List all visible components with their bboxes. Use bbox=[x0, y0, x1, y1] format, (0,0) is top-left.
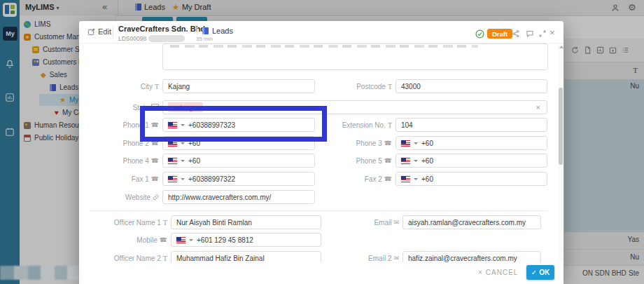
city-input[interactable]: Kajang bbox=[162, 79, 315, 93]
entity-breadcrumb[interactable]: Leads bbox=[202, 27, 233, 35]
malaysia-flag-icon[interactable] bbox=[401, 176, 410, 182]
close-icon[interactable]: × bbox=[550, 27, 555, 38]
officer1-label: Officer Name 1T bbox=[79, 215, 167, 229]
x-icon: × bbox=[478, 269, 483, 276]
ok-button[interactable]: ✓OK bbox=[526, 265, 554, 280]
malaysia-flag-icon[interactable] bbox=[176, 237, 186, 243]
phone3-input[interactable]: +60 bbox=[396, 136, 547, 150]
section-divider bbox=[90, 210, 548, 211]
scrollbar-thumb[interactable] bbox=[559, 88, 563, 165]
modal-title: CraveCrafters Sdn. Bhd. bbox=[118, 25, 207, 33]
mobile-input[interactable]: +601 129 45 8812 bbox=[171, 233, 321, 247]
app-window: My MyLIMS▾ « Leads ★ My Draft ⚙ LIMS Cus… bbox=[0, 0, 644, 284]
chevron-down-icon bbox=[414, 160, 418, 162]
expand-icon[interactable] bbox=[538, 29, 547, 38]
phone-icon: ☎ bbox=[384, 140, 392, 147]
text-type-icon: T bbox=[163, 255, 167, 262]
highlight-annotation-box bbox=[140, 106, 327, 142]
chevron-down-icon bbox=[181, 160, 185, 162]
city-label: CityT bbox=[93, 79, 159, 93]
divider bbox=[113, 27, 113, 38]
link-icon bbox=[153, 194, 159, 201]
phone4-label: Phone 4☎ bbox=[93, 154, 159, 168]
divider bbox=[197, 27, 197, 35]
fax2-input[interactable]: +60 bbox=[396, 172, 547, 186]
text-type-icon: T bbox=[163, 219, 167, 226]
officer1-input[interactable]: Nur Aisyah Binti Ramlan bbox=[171, 215, 321, 229]
email1-input[interactable]: aisyah.ramlan@cravecrafters.com.my bbox=[402, 215, 541, 229]
cancel-button[interactable]: ×CANCEL bbox=[478, 269, 518, 276]
record-code: LDS00098 bbox=[118, 35, 146, 42]
text-type-icon: T bbox=[388, 83, 392, 90]
fax1-label: Fax 1☎ bbox=[93, 172, 159, 186]
website-input[interactable]: http://www.cravecrafters.com.my/ bbox=[162, 190, 315, 204]
mobile-label: Mobile☎ bbox=[79, 233, 167, 247]
extension-input[interactable]: 104 bbox=[396, 118, 547, 132]
phone-icon: ☎ bbox=[151, 175, 159, 182]
clipped-text bbox=[170, 45, 478, 48]
modal-footer: ×CANCEL ✓OK bbox=[79, 262, 564, 284]
chevron-down-icon bbox=[414, 142, 418, 144]
lead-edit-modal: Edit CraveCrafters Sdn. Bhd. LDS00098 35… bbox=[79, 21, 564, 284]
redacted-pill bbox=[148, 35, 185, 42]
email-icon: ✉ bbox=[393, 219, 399, 226]
status-badge: Draft bbox=[487, 29, 512, 39]
check-icon: ✓ bbox=[531, 269, 537, 276]
share-icon[interactable] bbox=[512, 29, 520, 38]
scroll-up-arrow[interactable] bbox=[559, 46, 564, 48]
chevron-down-icon bbox=[414, 178, 418, 180]
text-type-icon: T bbox=[388, 121, 392, 129]
phone5-input[interactable]: +60 bbox=[396, 154, 547, 168]
website-label: Website bbox=[93, 190, 159, 204]
phone-icon: ☎ bbox=[384, 175, 392, 182]
malaysia-flag-icon[interactable] bbox=[401, 140, 410, 147]
malaysia-flag-icon[interactable] bbox=[168, 176, 177, 182]
chevron-down-icon bbox=[181, 142, 185, 144]
elapsed-time: 35 min bbox=[196, 36, 213, 42]
phone5-label: Phone 5☎ bbox=[310, 154, 392, 168]
comment-icon[interactable] bbox=[526, 29, 534, 38]
text-type-icon: T bbox=[155, 83, 159, 90]
phone-icon: ☎ bbox=[384, 157, 392, 164]
modal-header: Edit CraveCrafters Sdn. Bhd. LDS00098 35… bbox=[79, 21, 564, 43]
phone4-input[interactable]: +60 bbox=[162, 154, 315, 168]
email-icon: ✉ bbox=[393, 255, 399, 262]
postcode-label: PostcodeT bbox=[310, 79, 392, 93]
malaysia-flag-icon[interactable] bbox=[168, 158, 177, 164]
postcode-input[interactable]: 43000 bbox=[396, 79, 547, 93]
check-circle-icon bbox=[475, 29, 484, 39]
fax2-label: Fax 2☎ bbox=[310, 172, 392, 186]
clear-icon[interactable]: × bbox=[536, 103, 540, 111]
chevron-down-icon bbox=[189, 239, 193, 241]
edit-button[interactable]: Edit bbox=[88, 27, 111, 36]
address-textarea[interactable] bbox=[162, 43, 548, 70]
phone-icon: ☎ bbox=[160, 236, 167, 243]
chevron-down-icon bbox=[181, 178, 185, 180]
lead-icon bbox=[202, 27, 209, 34]
phone-icon: ☎ bbox=[151, 157, 159, 164]
malaysia-flag-icon[interactable] bbox=[401, 158, 410, 164]
fax1-input[interactable]: +60388997322 bbox=[162, 172, 315, 186]
email1-label: Email✉ bbox=[310, 215, 399, 229]
